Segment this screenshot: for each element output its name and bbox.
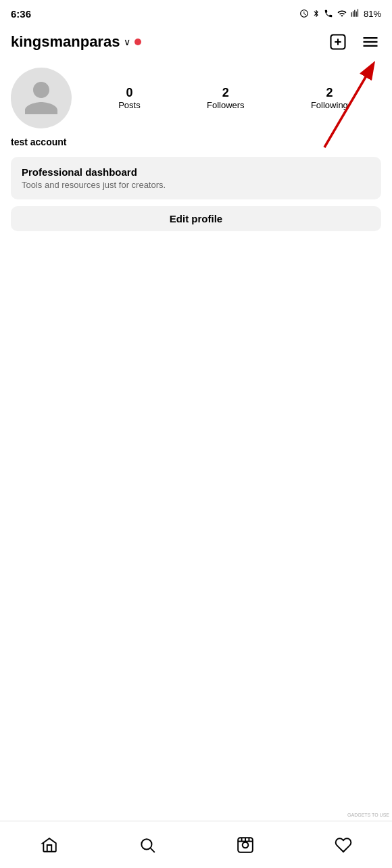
search-nav-button[interactable] (125, 831, 170, 859)
home-icon (41, 836, 58, 854)
add-post-button[interactable] (327, 31, 349, 53)
svg-line-9 (150, 848, 154, 852)
reels-nav-button[interactable] (223, 831, 268, 859)
followers-label: Followers (207, 100, 245, 110)
search-icon (139, 836, 156, 854)
svg-point-11 (242, 842, 248, 848)
hamburger-menu-button[interactable] (360, 31, 381, 53)
pro-dashboard-subtitle: Tools and resources just for creators. (22, 180, 370, 190)
posts-label: Posts (118, 100, 141, 110)
status-bar: 6:36 81% (0, 0, 392, 24)
followers-count: 2 (222, 86, 229, 100)
hamburger-icon (361, 32, 380, 51)
posts-stat[interactable]: 0 Posts (118, 86, 141, 110)
alarm-icon (299, 9, 309, 18)
username-area[interactable]: kingsmanparas ∨ (11, 33, 141, 51)
professional-dashboard[interactable]: Professional dashboard Tools and resourc… (11, 157, 381, 199)
heart-icon (335, 836, 352, 854)
svg-rect-5 (364, 45, 378, 47)
home-nav-button[interactable] (27, 831, 72, 859)
following-count: 2 (326, 86, 333, 100)
likes-nav-button[interactable] (321, 831, 366, 859)
wifi-icon (337, 9, 347, 18)
bluetooth-icon (312, 9, 320, 18)
phone-icon (324, 9, 333, 18)
posts-count: 0 (126, 86, 132, 100)
stats-container: 0 Posts 2 Followers 2 Following (85, 86, 381, 110)
svg-rect-4 (364, 41, 378, 43)
dropdown-arrow-icon[interactable]: ∨ (124, 37, 130, 47)
followers-stat[interactable]: 2 Followers (207, 86, 245, 110)
following-label: Following (311, 100, 348, 110)
profile-top: 0 Posts 2 Followers 2 Following (11, 68, 381, 128)
status-time: 6:36 (11, 8, 31, 20)
svg-point-8 (141, 839, 151, 849)
battery-indicator: 81% (364, 9, 381, 19)
online-dot-indicator (134, 39, 141, 45)
bottom-nav (0, 821, 392, 868)
plus-square-icon (328, 32, 347, 51)
edit-profile-button[interactable]: Edit profile (11, 206, 381, 231)
avatar-icon (21, 78, 62, 118)
status-icons: 81% (299, 9, 381, 19)
pro-dashboard-title: Professional dashboard (22, 166, 370, 178)
profile-display-name: test account (11, 137, 381, 147)
profile-section: 0 Posts 2 Followers 2 Following test acc… (0, 59, 392, 237)
following-stat[interactable]: 2 Following (311, 86, 348, 110)
signal-icon (351, 9, 360, 18)
reels-icon (237, 836, 254, 854)
avatar[interactable] (11, 68, 72, 128)
watermark: GADGETS TO USE (347, 812, 389, 818)
top-nav: kingsmanparas ∨ (0, 24, 392, 59)
nav-icons-group (327, 31, 381, 53)
svg-rect-3 (364, 37, 378, 39)
username-text: kingsmanparas (11, 33, 120, 51)
